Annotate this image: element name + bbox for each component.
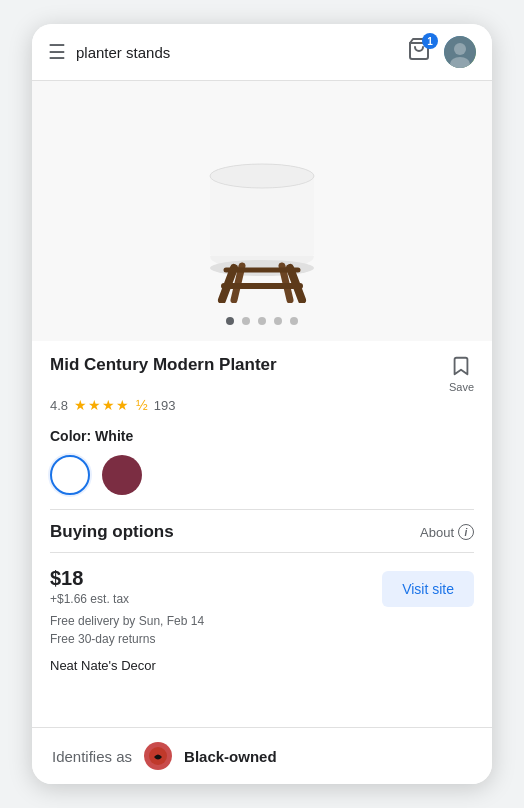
price-row: $18 +$1.66 est. tax Free delivery by Sun… xyxy=(32,553,492,648)
dot-1[interactable] xyxy=(226,317,234,325)
menu-icon[interactable]: ☰ xyxy=(48,40,66,64)
visit-site-button[interactable]: Visit site xyxy=(382,571,474,607)
seller-name: Neat Nate's Decor xyxy=(50,658,156,673)
save-button[interactable]: Save xyxy=(439,355,474,393)
product-title-row: Mid Century Modern Planter Save xyxy=(50,355,474,393)
black-owned-label: Black-owned xyxy=(184,748,277,765)
about-button[interactable]: About i xyxy=(420,524,474,540)
price: $18 xyxy=(50,567,204,590)
bookmark-icon xyxy=(450,355,472,381)
product-title: Mid Century Modern Planter xyxy=(50,355,439,375)
header: ☰ planter stands 1 xyxy=(32,24,492,81)
save-label: Save xyxy=(449,381,474,393)
half-star-icon: ½ xyxy=(136,397,148,413)
buying-options-title: Buying options xyxy=(50,522,174,542)
color-label-text: Color: xyxy=(50,428,91,444)
image-dots xyxy=(226,317,298,325)
delivery-info: Free delivery by Sun, Feb 14 Free 30-day… xyxy=(50,612,204,648)
color-value: White xyxy=(95,428,133,444)
cart-badge: 1 xyxy=(422,33,438,49)
product-details: Mid Century Modern Planter Save 4.8 ★★★★… xyxy=(32,341,492,413)
delivery-line1: Free delivery by Sun, Feb 14 xyxy=(50,612,204,630)
review-count: 193 xyxy=(154,398,176,413)
seller-row: Neat Nate's Decor xyxy=(32,648,492,687)
rating-row: 4.8 ★★★★½ 193 xyxy=(50,397,474,413)
swatch-maroon[interactable] xyxy=(102,455,142,495)
delivery-line2: Free 30-day returns xyxy=(50,630,204,648)
cart-button[interactable]: 1 xyxy=(404,37,434,67)
header-icons: 1 xyxy=(404,36,476,68)
phone-frame: ☰ planter stands 1 xyxy=(32,24,492,784)
info-icon: i xyxy=(458,524,474,540)
identifies-as-prefix: Identifies as xyxy=(52,748,132,765)
product-image xyxy=(152,105,372,305)
black-owned-badge xyxy=(144,742,172,770)
dot-5[interactable] xyxy=(290,317,298,325)
rating-value: 4.8 xyxy=(50,398,68,413)
price-info: $18 +$1.66 est. tax Free delivery by Sun… xyxy=(50,567,204,648)
color-section: Color: White xyxy=(32,413,492,495)
product-image-area xyxy=(32,81,492,341)
search-query: planter stands xyxy=(76,44,394,61)
dot-3[interactable] xyxy=(258,317,266,325)
dot-4[interactable] xyxy=(274,317,282,325)
buying-options-header: Buying options About i xyxy=(32,510,492,542)
dot-2[interactable] xyxy=(242,317,250,325)
about-label: About xyxy=(420,525,454,540)
svg-point-7 xyxy=(210,164,314,188)
swatch-white[interactable] xyxy=(50,455,90,495)
star-icons: ★★★★ xyxy=(74,397,130,413)
user-avatar[interactable] xyxy=(444,36,476,68)
color-label: Color: White xyxy=(50,428,133,444)
svg-point-2 xyxy=(454,43,466,55)
bottom-bar: Identifies as Black-owned xyxy=(32,727,492,784)
color-swatches xyxy=(50,455,474,495)
tax-info: +$1.66 est. tax xyxy=(50,592,204,606)
